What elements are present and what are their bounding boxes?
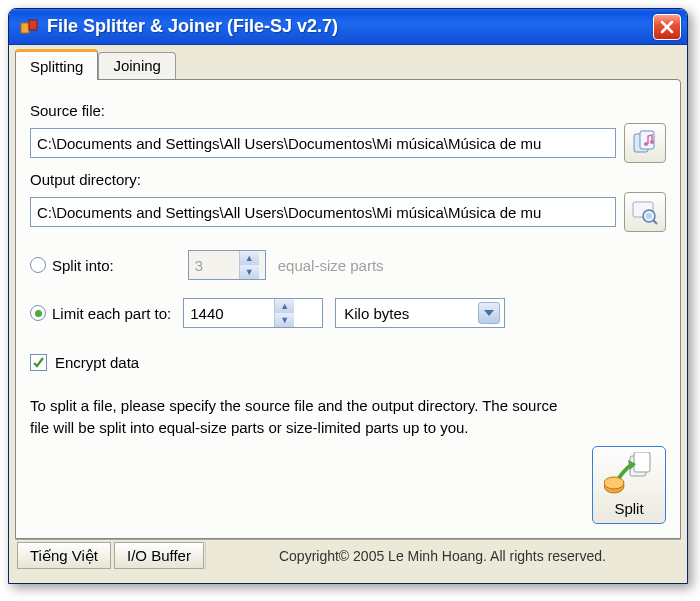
- app-icon: [19, 17, 39, 37]
- chevron-down-icon[interactable]: ▼: [275, 313, 294, 327]
- browse-folder-icon: [631, 198, 659, 226]
- limit-radio[interactable]: Limit each part to:: [30, 305, 171, 322]
- svg-point-8: [646, 213, 652, 219]
- radio-icon: [30, 257, 46, 273]
- browse-source-button[interactable]: [624, 123, 666, 163]
- split-into-row: Split into: ▲ ▼ equal-size parts: [30, 250, 666, 280]
- svg-point-13: [604, 477, 624, 489]
- split-button-label: Split: [614, 500, 643, 517]
- io-buffer-button[interactable]: I/O Buffer: [114, 542, 204, 569]
- tab-joining[interactable]: Joining: [98, 52, 176, 79]
- browse-output-button[interactable]: [624, 192, 666, 232]
- source-file-label: Source file:: [30, 102, 666, 119]
- tab-label: Joining: [113, 57, 161, 74]
- split-button[interactable]: Split: [592, 446, 666, 524]
- checkbox-icon: [30, 354, 47, 371]
- svg-rect-11: [634, 452, 650, 472]
- split-into-suffix: equal-size parts: [278, 257, 384, 274]
- tab-header: Splitting Joining: [15, 49, 681, 79]
- chevron-down-icon: [478, 302, 500, 324]
- application-window: File Splitter & Joiner (File-SJ v2.7) Sp…: [8, 8, 688, 584]
- copyright-text: Copyright© 2005 Le Minh Hoang. All right…: [205, 542, 679, 569]
- tab-label: Splitting: [30, 58, 83, 75]
- svg-rect-0: [21, 23, 29, 33]
- help-text: To split a file, please specify the sour…: [30, 395, 570, 439]
- status-bar: Tiếng Việt I/O Buffer Copyright© 2005 Le…: [15, 539, 681, 571]
- limit-label: Limit each part to:: [52, 305, 171, 322]
- encrypt-row: Encrypt data: [30, 354, 666, 371]
- split-into-spinner: ▲ ▼: [188, 250, 266, 280]
- limit-unit-select[interactable]: Kilo bytes: [335, 298, 505, 328]
- limit-each-part-row: Limit each part to: ▲ ▼ Kilo bytes: [30, 298, 666, 328]
- limit-value-input[interactable]: [184, 299, 274, 327]
- radio-icon: [30, 305, 46, 321]
- output-directory-label: Output directory:: [30, 171, 666, 188]
- svg-line-9: [653, 220, 657, 224]
- split-into-radio[interactable]: Split into:: [30, 257, 114, 274]
- chevron-up-icon: ▲: [240, 251, 259, 265]
- chevron-up-icon[interactable]: ▲: [275, 299, 294, 313]
- language-button[interactable]: Tiếng Việt: [17, 542, 111, 569]
- svg-point-5: [650, 140, 654, 144]
- encrypt-checkbox[interactable]: Encrypt data: [30, 354, 139, 371]
- limit-unit-value: Kilo bytes: [344, 305, 478, 322]
- svg-rect-1: [29, 20, 37, 30]
- split-into-value: [189, 251, 239, 279]
- chevron-down-icon: ▼: [240, 265, 259, 279]
- limit-value-spinner[interactable]: ▲ ▼: [183, 298, 323, 328]
- tab-splitting[interactable]: Splitting: [15, 49, 98, 80]
- output-directory-row: [30, 192, 666, 232]
- source-file-input[interactable]: [30, 128, 616, 158]
- music-files-icon: [631, 129, 659, 157]
- tab-body-splitting: Source file: Output directory:: [15, 79, 681, 539]
- close-button[interactable]: [653, 14, 681, 40]
- source-file-row: [30, 123, 666, 163]
- split-into-label: Split into:: [52, 257, 114, 274]
- window-title: File Splitter & Joiner (File-SJ v2.7): [47, 16, 653, 37]
- client-area: Splitting Joining Source file:: [9, 45, 687, 577]
- split-icon: [604, 447, 654, 500]
- output-directory-input[interactable]: [30, 197, 616, 227]
- title-bar[interactable]: File Splitter & Joiner (File-SJ v2.7): [9, 9, 687, 45]
- encrypt-label: Encrypt data: [55, 354, 139, 371]
